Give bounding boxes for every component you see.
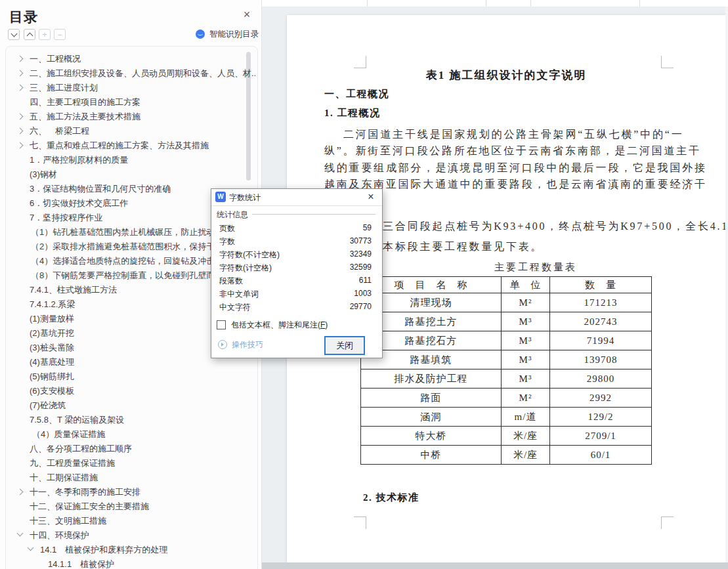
toc-item-label: 二、施工组织安排及设备、人员动员周期和设备、人员、材... [30, 68, 256, 79]
table-cell: 139708 [550, 350, 652, 369]
toc-item[interactable]: (5)钢筋绑扎 [6, 369, 256, 383]
toc-item-label: 五、施工方法及主要技术措施 [30, 111, 140, 123]
toc-item[interactable]: （4）质量保证措施 [6, 427, 256, 441]
doc-heading-2: 1. 工程概况 [324, 107, 381, 119]
table-row: 路基挖土方M³202743 [361, 312, 652, 331]
table-cell: 129/2 [550, 408, 652, 427]
collapse-all-button[interactable] [8, 29, 20, 40]
stat-label: 中文字符 [219, 302, 251, 313]
table-row: 中桥米/座60/1 [361, 446, 652, 465]
toc-item-label: 十三、文明施工措施 [30, 515, 106, 527]
tips-link[interactable]: 操作技巧 [218, 339, 263, 350]
toc-item[interactable]: 八、各分项工程的施工顺序 [6, 441, 256, 455]
stat-value: 29770 [350, 302, 372, 311]
expand-all-button[interactable] [24, 29, 35, 40]
paragraph-line: 线的重要组成部分，是滇境昆明至河口段中的最后一段，它是我国外接 [324, 161, 707, 175]
table-title: 主要工程数量表 [494, 261, 577, 274]
chevron-right-icon[interactable] [17, 114, 24, 120]
toc-item-label: 十、工期保证措施 [30, 472, 98, 484]
stat-label: 字数 [219, 236, 235, 247]
toc-item[interactable]: 六、 桥梁工程 [6, 123, 256, 138]
dialog-title: 字数统计 [229, 192, 261, 203]
toc-item[interactable]: 九、工程质量保证措施 [6, 455, 256, 470]
wps-writer-icon: W [215, 192, 226, 202]
close-button[interactable]: 关闭 [324, 336, 365, 355]
chevron-right-icon[interactable] [17, 489, 24, 495]
toc-item[interactable]: 五、施工方法及主要技术措施 [6, 109, 256, 123]
toc-item[interactable]: 十一、冬季和雨季的施工安排 [6, 484, 256, 499]
stat-row: 页数59 [219, 223, 372, 236]
toolbar-divider [486, 0, 486, 7]
stat-row: 字符数(计空格)32599 [219, 263, 372, 276]
toc-item[interactable]: 1．严格控制原材料的质量 [6, 152, 256, 167]
toolbar-divider [367, 0, 368, 7]
table-cell: 中桥 [361, 446, 502, 465]
stat-value: 30773 [350, 236, 372, 245]
table-cell: 71994 [550, 331, 652, 350]
stats-section-divider [252, 214, 375, 215]
table-cell: M² [502, 389, 550, 408]
chevron-right-icon[interactable] [17, 128, 24, 135]
toc-item[interactable]: 七、重点和难点工程的施工方案、方法及其措施 [6, 138, 256, 152]
document-scrollbar-track[interactable] [725, 7, 728, 562]
toc-item[interactable]: 7.5.8、T 梁的运输及架设 [6, 412, 256, 427]
plus-icon: + [42, 31, 47, 39]
stat-value: 611 [359, 276, 372, 285]
table-cell: m/道 [502, 408, 550, 427]
document-title: 表1 施工组织设计的文字说明 [287, 68, 725, 83]
table-cell: M³ [502, 350, 550, 369]
toc-item[interactable]: 二、施工组织安排及设备、人员动员周期和设备、人员、材... [6, 66, 256, 80]
chevron-down-icon [11, 30, 17, 37]
toc-item[interactable]: 十二、保证施工安全的主要措施 [6, 499, 256, 513]
collapse-level-button[interactable]: − [54, 29, 66, 40]
include-textboxes-checkbox-row[interactable]: 包括文本框、脚注和尾注(F) [217, 320, 328, 330]
toc-close-icon[interactable]: × [240, 8, 253, 21]
paragraph-line: 本标段主要工程数量见下表。 [383, 240, 543, 254]
toc-item-label: 十四、环境保护 [30, 530, 89, 541]
play-circle-icon [218, 340, 227, 349]
toc-item[interactable]: (6)支安模板 [6, 383, 256, 398]
toc-item[interactable]: 14.1 植被保护和废料弃方的处理 [6, 542, 256, 557]
margin-mark-top-right [661, 56, 674, 68]
chevron-right-icon[interactable] [17, 56, 24, 62]
toc-item-label: 14.1 植被保护和废料弃方的处理 [40, 544, 167, 556]
smart-recognize-toc-button[interactable]: 智能识别目录 [196, 29, 259, 39]
toc-item-label: 十二、保证施工安全的主要措施 [30, 501, 149, 513]
toc-item[interactable]: 三、施工进度计划 [6, 80, 256, 95]
toc-item-label: 七、重点和难点工程的施工方案、方法及其措施 [30, 140, 209, 152]
toc-item[interactable]: 四、主要工程项目的施工方案 [6, 95, 256, 109]
toc-item[interactable]: (7)砼浇筑 [6, 398, 256, 412]
chevron-down-icon[interactable] [28, 545, 34, 551]
stat-row: 字数30773 [219, 236, 372, 249]
paragraph-line: 三合同段起点桩号为K93+400，终点桩号为K97+500，全长4.100km。 [383, 220, 728, 234]
toc-item[interactable]: 一、工程概况 [6, 51, 256, 66]
toc-item-label: (6)支安模板 [30, 385, 74, 397]
toc-item[interactable]: 十、工期保证措施 [6, 470, 256, 484]
toc-item-label: 六、 桥梁工程 [30, 125, 89, 137]
paragraph-line: 纵”。新街至河口段公路所在地区位于云南省东南部，是二河国道主干 [324, 144, 701, 158]
chevron-right-icon[interactable] [17, 85, 24, 91]
toc-item-label: 一、工程概况 [30, 53, 81, 65]
toc-item[interactable]: 十三、文明施工措施 [6, 513, 256, 528]
toc-item-label: (7)砼浇筑 [30, 400, 66, 411]
toc-item-label: 6．切实做好技术交底工作 [30, 198, 128, 209]
toc-item-label: 四、主要工程项目的施工方案 [30, 96, 140, 108]
toc-item[interactable]: (3)钢材 [6, 167, 256, 181]
dialog-titlebar[interactable]: W 字数统计 × [211, 189, 382, 206]
chevron-down-icon[interactable] [17, 530, 24, 537]
toc-item[interactable]: 14.1.1 植被保护 [6, 557, 256, 569]
checkbox-icon[interactable] [217, 320, 226, 329]
expand-level-button[interactable]: + [39, 29, 51, 40]
toolbar-divider [530, 0, 531, 7]
smart-recognize-icon [196, 30, 205, 39]
table-cell: 排水及防护工程 [361, 369, 502, 389]
table-cell: 2992 [550, 389, 652, 408]
checkbox-label: 包括文本框、脚注和尾注(F) [231, 320, 328, 331]
chevron-right-icon[interactable] [17, 70, 24, 77]
margin-mark-bottom-right [661, 516, 674, 529]
toc-item[interactable]: 十四、环境保护 [6, 528, 256, 542]
chevron-right-icon[interactable] [17, 142, 24, 149]
dialog-close-icon[interactable]: × [365, 191, 377, 203]
toc-item-label: 九、工程质量保证措施 [30, 457, 115, 469]
toc-item-label: (4)基底处理 [30, 356, 74, 368]
